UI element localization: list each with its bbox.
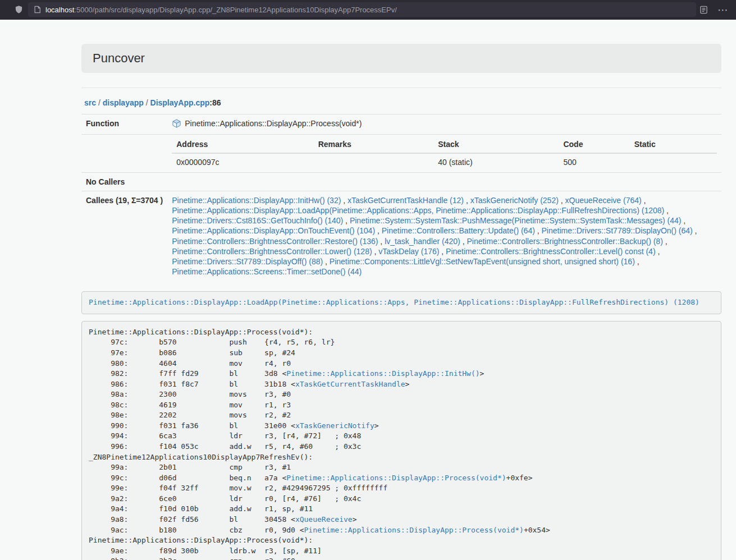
disassembly-block: Pinetime::Applications::DisplayApp::Proc… (81, 321, 721, 560)
table-row-no-callers: No Callers (81, 172, 721, 191)
remarks-value (314, 153, 434, 171)
url-bar[interactable]: localhost:5000/path/src/displayapp/Displ… (28, 2, 696, 17)
function-table: Function Pinetime::Applications::Display… (81, 114, 721, 281)
callee-link[interactable]: Pinetime::Controllers::Battery::Update()… (382, 226, 535, 235)
callee-link[interactable]: vTaskDelay (176) (378, 247, 439, 256)
callees-label: Callees (19, Σ=3704 ) (81, 191, 167, 281)
app-header: Puncover (81, 44, 721, 73)
url-path: :5000/path/src/displayapp/DisplayApp.cpp… (74, 6, 397, 14)
page-info-icon[interactable] (34, 6, 41, 13)
table-row-details: Address Remarks Stack Code Static 0x0000… (81, 135, 721, 172)
disassembly-symbol-link[interactable]: xTaskGetCurrentTaskHandle (295, 380, 405, 388)
selected-symbol-link[interactable]: Pinetime::Applications::DisplayApp::Load… (89, 298, 700, 306)
table-row-function: Function Pinetime::Applications::Display… (81, 114, 721, 135)
callee-link[interactable]: Pinetime::Controllers::BrightnessControl… (467, 237, 662, 246)
callee-link[interactable]: Pinetime::System::SystemTask::PushMessag… (350, 216, 682, 225)
callee-link[interactable]: Pinetime::Controllers::BrightnessControl… (172, 237, 378, 246)
callee-link[interactable]: Pinetime::Applications::DisplayApp::OnTo… (172, 226, 375, 235)
shield-icon[interactable] (15, 5, 23, 14)
callee-link[interactable]: xQueueReceive (764) (565, 196, 642, 205)
function-name-cell: Pinetime::Applications::DisplayApp::Proc… (167, 114, 721, 135)
breadcrumb-link[interactable]: displayapp (103, 98, 144, 107)
callee-link[interactable]: Pinetime::Drivers::Cst816S::GetTouchInfo… (172, 216, 343, 225)
static-value (630, 153, 717, 171)
callee-link[interactable]: lv_task_handler (420) (385, 237, 460, 246)
column-header-address: Address (172, 136, 313, 153)
page-title: Puncover (93, 51, 710, 66)
disassembly-symbol-link[interactable]: Pinetime::Applications::DisplayApp::Proc… (286, 474, 506, 482)
no-callers-label: No Callers (81, 172, 167, 191)
table-row-callees: Callees (19, Σ=3704 ) Pinetime::Applicat… (81, 191, 721, 281)
function-type-icon (172, 119, 181, 130)
code-value: 500 (559, 153, 629, 171)
breadcrumb-separator: / (96, 98, 103, 107)
column-header-static: Static (630, 136, 717, 153)
callee-link[interactable]: Pinetime::Drivers::St7789::DisplayOff() … (172, 257, 323, 266)
breadcrumb: src / displayapp / DisplayApp.cpp:86 (84, 98, 721, 107)
breadcrumb-link[interactable]: src (84, 98, 96, 107)
callees-list: Pinetime::Applications::DisplayApp::Init… (167, 191, 721, 281)
callee-link[interactable]: xTaskGetCurrentTaskHandle (12) (348, 196, 464, 205)
details-data-row: 0x0000097c 40 (static) 500 (172, 153, 717, 171)
selected-symbol-box: Pinetime::Applications::DisplayApp::Load… (81, 291, 721, 314)
no-callers-cell (167, 172, 721, 191)
callee-link[interactable]: xTaskGenericNotify (252) (470, 196, 559, 205)
address-value: 0x0000097c (172, 153, 313, 171)
column-header-stack: Stack (433, 136, 559, 153)
details-row-label (81, 135, 167, 172)
disassembly-symbol-link[interactable]: Pinetime::Applications::DisplayApp::Init… (286, 369, 479, 378)
function-row-label: Function (81, 114, 167, 135)
reader-mode-icon[interactable] (700, 6, 708, 14)
callee-link[interactable]: Pinetime::Applications::Screens::Timer::… (172, 267, 362, 276)
details-table: Address Remarks Stack Code Static 0x0000… (172, 136, 717, 171)
page-content: Puncover src / displayapp / DisplayApp.c… (81, 20, 721, 560)
disassembly-symbol-link[interactable]: xQueueReceive (295, 515, 353, 524)
url-host: localhost (45, 6, 74, 14)
callee-link[interactable]: Pinetime::Controllers::BrightnessControl… (446, 247, 655, 256)
column-header-code: Code (559, 136, 629, 153)
column-header-remarks: Remarks (314, 136, 434, 153)
header-divider (81, 88, 721, 88)
callee-link[interactable]: Pinetime::Components::LittleVgl::SetNewT… (330, 257, 635, 266)
function-name: Pinetime::Applications::DisplayApp::Proc… (185, 119, 362, 128)
callee-link[interactable]: Pinetime::Applications::DisplayApp::Init… (172, 196, 341, 205)
callee-link[interactable]: Pinetime::Applications::DisplayApp::Load… (172, 206, 664, 215)
breadcrumb-separator: / (144, 98, 150, 107)
chrome-right-controls: ⋯ (700, 4, 729, 15)
details-header-row: Address Remarks Stack Code Static (172, 136, 717, 153)
details-cell: Address Remarks Stack Code Static 0x0000… (167, 135, 721, 172)
browser-chrome: localhost:5000/path/src/displayapp/Displ… (0, 0, 736, 20)
stack-value: 40 (static) (433, 153, 559, 171)
callee-link[interactable]: Pinetime::Drivers::St7789::DisplayOn() (… (542, 226, 693, 235)
callee-link[interactable]: Pinetime::Controllers::BrightnessControl… (172, 247, 372, 256)
disassembly-symbol-link[interactable]: xTaskGenericNotify (295, 421, 374, 430)
breadcrumb-line-number: :86 (209, 98, 221, 107)
disassembly-code: Pinetime::Applications::DisplayApp::Proc… (89, 328, 550, 560)
disassembly-symbol-link[interactable]: Pinetime::Applications::DisplayApp::Proc… (304, 526, 524, 534)
menu-icon[interactable]: ⋯ (717, 4, 729, 15)
url-text: localhost:5000/path/src/displayapp/Displ… (45, 6, 397, 14)
breadcrumb-link[interactable]: DisplayApp.cpp (150, 98, 210, 107)
